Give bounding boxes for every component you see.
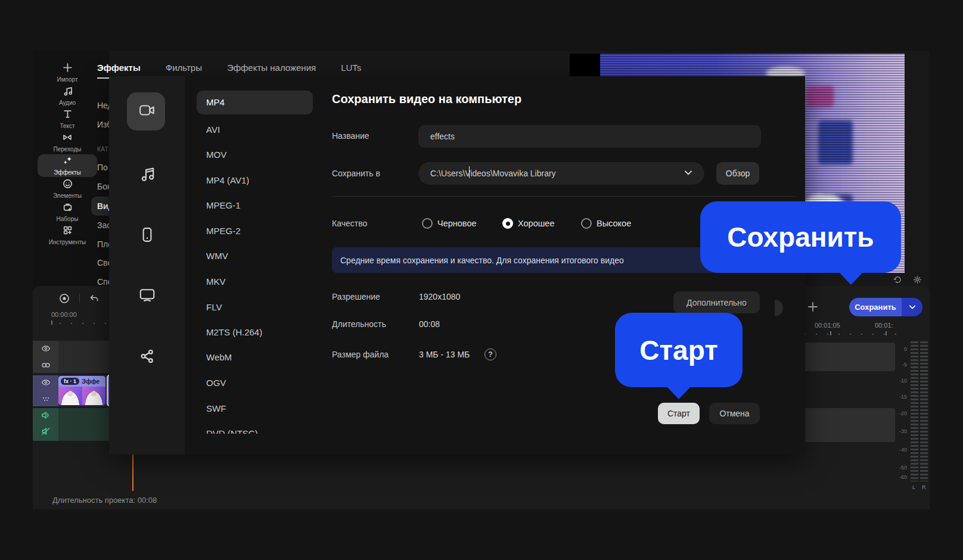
radio-selected-icon[interactable]	[502, 218, 513, 229]
format-item[interactable]: SWF	[206, 402, 313, 416]
track1-lane[interactable]	[58, 341, 109, 373]
start-callout: Старт	[615, 313, 743, 387]
sidebar-item-label: Наборы	[57, 216, 79, 222]
browse-label: Обзор	[726, 169, 750, 178]
meter-scale-label: -30	[891, 428, 907, 434]
save-callout-label: Сохранить	[727, 221, 874, 253]
track-clip-region[interactable]	[803, 343, 895, 371]
ruler-dots[interactable]	[60, 323, 110, 324]
banner-text: Средние время сохранения и качество. Для…	[340, 256, 624, 265]
format-item[interactable]: MP4	[206, 95, 313, 110]
save-button[interactable]: Сохранить	[849, 298, 902, 316]
transitions-icon	[62, 132, 73, 145]
quality-option-high[interactable]: Высокое	[581, 218, 631, 229]
duration-value: 00:08	[419, 319, 440, 329]
format-item[interactable]: MPEG-1	[206, 198, 313, 213]
help-icon[interactable]: ?	[484, 349, 496, 360]
export-dialog: MP4 AVI MOV MP4 (AV1) MPEG-1 MPEG-2 WMV …	[109, 76, 805, 455]
format-item[interactable]: MKV	[206, 275, 313, 289]
radio-label: Черновое	[437, 219, 477, 228]
timeline-clip[interactable]: fx · 1 Эффе	[58, 376, 105, 405]
format-item[interactable]: MP4 (AV1)	[206, 173, 313, 188]
cancel-button[interactable]: Отмена	[709, 403, 760, 424]
start-button[interactable]: Старт	[658, 403, 700, 424]
sidebar-item-import[interactable]: Импорт	[38, 61, 97, 84]
radio-icon[interactable]	[422, 218, 433, 229]
format-item[interactable]: AVI	[206, 123, 313, 137]
plus-icon	[63, 63, 73, 75]
eye-icon[interactable]	[41, 378, 51, 388]
name-value: effects	[430, 132, 455, 141]
tools-icon	[63, 225, 73, 238]
applied-effects-icon[interactable]	[42, 394, 50, 405]
clip-thumbnails	[58, 387, 105, 405]
save-button-label: Сохранить	[855, 303, 896, 312]
quality-option-draft[interactable]: Черновое	[422, 218, 477, 229]
sidebar-item-label: Переходы	[54, 146, 82, 153]
format-item[interactable]: WMV	[206, 249, 313, 263]
sidebar-item-sets[interactable]: Наборы	[38, 201, 97, 223]
format-item[interactable]: MOV	[206, 148, 313, 162]
meter-channel-label: L	[912, 484, 915, 490]
sidebar-item-elements[interactable]: Элементы	[38, 178, 97, 200]
dialog-title: Сохранить видео на компьютер	[332, 92, 521, 106]
chevron-down-icon[interactable]	[685, 170, 692, 175]
start-label: Старт	[667, 409, 690, 418]
record-icon[interactable]	[58, 293, 70, 304]
sidebar-item-effects[interactable]: Эффекты	[38, 154, 97, 177]
radio-icon[interactable]	[581, 218, 592, 229]
meter-channel-label: R	[922, 484, 926, 490]
app-window: Импорт Аудио Текст Переходы Эффекты Элем…	[33, 51, 930, 509]
timeline-current-time: 00:00:00	[51, 311, 77, 318]
format-item[interactable]: DVD (NTSC)	[206, 427, 313, 434]
sidebar-item-audio[interactable]: Аудио	[38, 85, 97, 107]
duration-label: Длительность	[332, 319, 386, 329]
save-dropdown-button[interactable]	[902, 298, 922, 316]
advanced-button[interactable]: Дополнительно	[673, 291, 760, 313]
save-to-dropdown[interactable]: C:\Users\Videos\Movavika Library	[418, 162, 704, 185]
audio-meter-left	[911, 341, 918, 481]
ruler-label: 00:01:	[875, 322, 893, 329]
sidebar-item-label: Аудио	[59, 99, 76, 106]
save-split-button: Сохранить	[849, 298, 922, 316]
sidebar-item-transitions[interactable]: Переходы	[38, 131, 97, 154]
name-input[interactable]: effects	[418, 125, 761, 148]
gear-icon[interactable]	[913, 275, 922, 287]
eye-icon[interactable]	[41, 344, 51, 354]
track3-header	[33, 408, 58, 441]
sidebar-item-label: Текст	[60, 123, 74, 129]
speaker-icon[interactable]	[41, 411, 51, 422]
link-icon[interactable]	[41, 360, 51, 371]
speaker-muted-icon[interactable]	[41, 427, 51, 438]
quality-option-good[interactable]: Хорошее	[502, 218, 554, 229]
format-item[interactable]: MPEG-2	[206, 224, 313, 238]
meter-scale-label: -20	[891, 410, 907, 416]
filesize-label: Размер файла	[332, 350, 389, 359]
undo-icon[interactable]	[89, 293, 100, 304]
meter-scale-label: -10	[891, 378, 907, 384]
sidebar-item-text[interactable]: Текст	[38, 108, 97, 130]
browse-button[interactable]: Обзор	[716, 162, 759, 185]
add-track-icon[interactable]	[807, 301, 819, 315]
track3-lane[interactable]	[58, 408, 109, 441]
ruler-tick	[51, 321, 52, 325]
format-item[interactable]: OGV	[206, 376, 313, 390]
format-item[interactable]: FLV	[206, 300, 313, 315]
save-to-value: C:\Users\Videos\Movavika Library	[430, 169, 556, 178]
meter-scale-label: -40	[891, 447, 907, 453]
music-note-icon	[63, 86, 73, 98]
project-duration: Длительность проекта: 00:08	[52, 496, 157, 505]
track-clip-region[interactable]	[803, 408, 895, 442]
ruler-dots[interactable]	[804, 334, 900, 335]
format-list: MP4 AVI MOV MP4 (AV1) MPEG-1 MPEG-2 WMV …	[109, 76, 324, 434]
sidebar-item-label: Элементы	[53, 192, 82, 199]
format-item[interactable]: M2TS (H.264)	[206, 325, 313, 340]
meter-scale-label: -50	[891, 465, 907, 471]
format-item[interactable]: WebM	[206, 350, 313, 365]
history-icon[interactable]	[893, 275, 902, 287]
resolution-label: Разрешение	[332, 292, 380, 301]
sidebar-item-tools[interactable]: Инструменты	[38, 224, 97, 247]
clip-effect-bar: fx · 1 Эффе	[58, 376, 105, 387]
save-callout: Сохранить	[700, 201, 901, 273]
playhead[interactable]	[132, 455, 133, 491]
